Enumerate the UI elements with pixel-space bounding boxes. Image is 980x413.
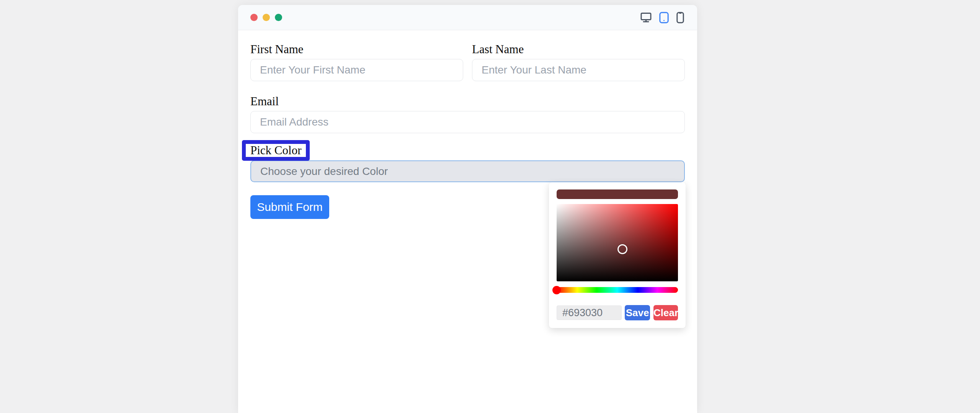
color-picker-popup: Save Clear: [549, 182, 686, 328]
device-toggle-group: [640, 12, 684, 23]
email-input[interactable]: [250, 111, 685, 133]
last-name-field-group: Last Name: [472, 43, 685, 81]
window-controls: [250, 14, 282, 21]
desktop-icon: [640, 12, 652, 23]
first-name-input[interactable]: [250, 59, 463, 81]
color-input[interactable]: [250, 160, 685, 182]
last-name-input[interactable]: [472, 59, 685, 81]
clear-color-button[interactable]: Clear: [653, 305, 678, 320]
first-name-label: First Name: [250, 43, 463, 56]
submit-form-button[interactable]: Submit Form: [250, 195, 329, 219]
email-field-group: Email: [250, 95, 685, 133]
mobile-view-button[interactable]: [676, 12, 684, 23]
mobile-icon: [676, 12, 684, 23]
desktop-view-button[interactable]: [640, 12, 652, 23]
pick-color-label: Pick Color: [250, 144, 301, 157]
tablet-icon: [659, 12, 669, 23]
close-window-icon[interactable]: [250, 14, 258, 21]
email-label: Email: [250, 95, 685, 108]
first-name-field-group: First Name: [250, 43, 463, 81]
hue-slider-thumb[interactable]: [552, 286, 561, 294]
preview-window: First Name Last Name Email Pick Color Su…: [238, 5, 697, 413]
saturation-cursor[interactable]: [617, 244, 627, 254]
saturation-gradient-area[interactable]: [557, 204, 678, 281]
last-name-label: Last Name: [472, 43, 685, 56]
picker-actions-row: Save Clear: [557, 305, 678, 320]
selected-color-preview: [557, 189, 678, 199]
hex-color-input[interactable]: [557, 305, 622, 320]
pick-color-highlight: Pick Color: [242, 140, 310, 161]
hue-slider[interactable]: [557, 287, 678, 293]
titlebar: [238, 5, 697, 30]
save-color-button[interactable]: Save: [625, 305, 650, 320]
maximize-window-icon[interactable]: [275, 14, 282, 21]
minimize-window-icon[interactable]: [263, 14, 270, 21]
tablet-view-button[interactable]: [659, 12, 669, 23]
